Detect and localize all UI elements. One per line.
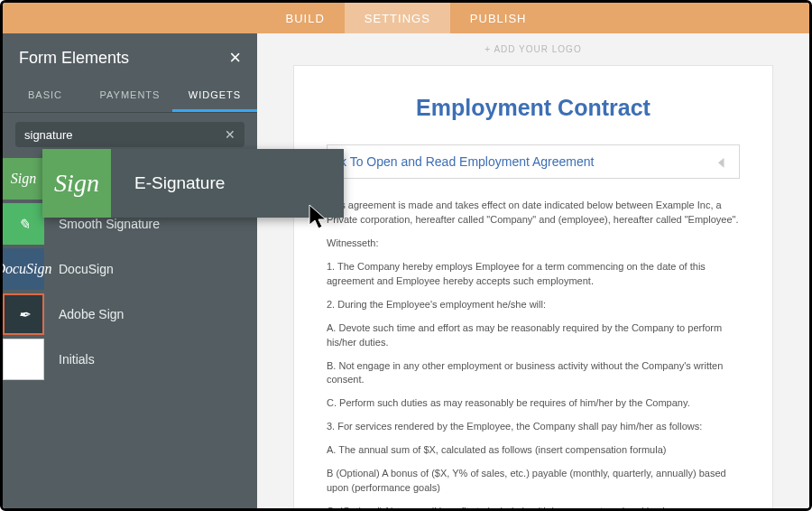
tab-basic[interactable]: BASIC bbox=[3, 79, 88, 112]
drag-preview[interactable]: Sign E-Signature bbox=[42, 149, 344, 218]
nav-publish[interactable]: PUBLISH bbox=[450, 3, 547, 33]
widget-label: DocuSign bbox=[44, 262, 114, 276]
drag-preview-label: E-Signature bbox=[111, 173, 225, 193]
form-elements-panel: Form Elements × BASIC PAYMENTS WIDGETS ✕… bbox=[3, 33, 257, 508]
smooth-signature-icon: ✎ bbox=[3, 203, 44, 245]
doc-paragraph: 3. For services rendered by the Employee… bbox=[327, 420, 740, 434]
nav-build[interactable]: BUILD bbox=[266, 3, 345, 33]
search-input[interactable] bbox=[24, 128, 225, 142]
form-document: Employment Contract k To Open and Read E… bbox=[293, 65, 773, 508]
clear-search-icon[interactable]: ✕ bbox=[225, 127, 235, 142]
adobe-sign-icon: ✒ bbox=[3, 293, 44, 335]
doc-paragraph: C. (Optional) Non-payroll benefits to in… bbox=[327, 505, 740, 508]
doc-paragraph: B (Optional) A bonus of ($X, Y% of sales… bbox=[327, 467, 740, 496]
doc-paragraph: Witnesseth: bbox=[327, 237, 740, 251]
widget-adobe-sign[interactable]: ✒ Adobe Sign bbox=[3, 292, 257, 337]
close-icon[interactable]: × bbox=[229, 46, 241, 70]
doc-paragraph: 1. The Company hereby employs Employee f… bbox=[327, 260, 740, 289]
chevron-left-icon: ◀ bbox=[718, 154, 724, 169]
doc-paragraph: C. Perform such duties as may reasonably… bbox=[327, 396, 740, 411]
docusign-icon: DocuSign bbox=[3, 248, 44, 290]
widget-label: Adobe Sign bbox=[44, 307, 124, 321]
widget-initials[interactable]: BJ Initials bbox=[3, 337, 257, 382]
nav-settings[interactable]: SETTINGS bbox=[345, 3, 450, 33]
doc-paragraph: 2. During the Employee's employment he/s… bbox=[327, 298, 740, 312]
e-signature-icon: Sign bbox=[3, 158, 44, 200]
open-bar-label: k To Open and Read Employment Agreement bbox=[340, 154, 594, 169]
tab-payments[interactable]: PAYMENTS bbox=[88, 79, 172, 112]
canvas: + ADD YOUR LOGO Employment Contract k To… bbox=[257, 33, 809, 508]
widget-label: Smooth Signature bbox=[44, 217, 160, 231]
open-agreement-bar[interactable]: k To Open and Read Employment Agreement … bbox=[327, 144, 740, 179]
add-logo-button[interactable]: + ADD YOUR LOGO bbox=[257, 33, 809, 65]
doc-paragraph: A. The annual sum of $X, calculated as f… bbox=[327, 443, 740, 458]
doc-paragraph: B. Not engage in any other employment or… bbox=[327, 359, 740, 388]
tab-widgets[interactable]: WIDGETS bbox=[172, 79, 257, 112]
top-nav: BUILD SETTINGS PUBLISH bbox=[3, 3, 809, 33]
search-input-wrap: ✕ bbox=[15, 122, 245, 147]
page-title: Employment Contract bbox=[327, 95, 740, 121]
doc-paragraph: This agreement is made and takes effect … bbox=[327, 199, 740, 228]
panel-tabs: BASIC PAYMENTS WIDGETS bbox=[3, 79, 257, 113]
doc-paragraph: A. Devote such time and effort as may be… bbox=[327, 321, 740, 350]
widget-label: Initials bbox=[44, 352, 95, 367]
e-signature-icon: Sign bbox=[42, 149, 111, 218]
initials-icon: BJ bbox=[3, 339, 44, 380]
widget-docusign[interactable]: DocuSign DocuSign bbox=[3, 246, 257, 292]
panel-title: Form Elements bbox=[19, 49, 129, 68]
